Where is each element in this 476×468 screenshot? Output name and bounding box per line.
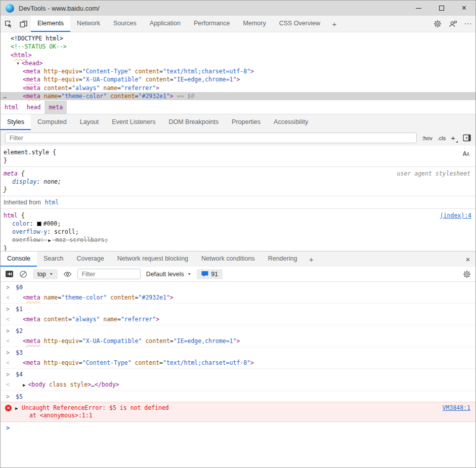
expand-arrow-icon[interactable]: ▶ xyxy=(23,381,25,389)
styles-tab-styles[interactable]: Styles xyxy=(1,114,31,130)
console-prompt[interactable]: > xyxy=(1,422,475,426)
breadcrumb-item-head[interactable]: head xyxy=(23,101,45,114)
console-tab-coverage[interactable]: Coverage xyxy=(70,251,110,267)
log-levels-selector[interactable]: Default levels ▼ xyxy=(146,271,191,278)
code-token-attr: name xyxy=(100,316,117,323)
live-expression-button[interactable] xyxy=(63,271,72,278)
code-token-tag: < xyxy=(23,76,26,83)
console-filter-input[interactable] xyxy=(77,269,141,279)
add-drawer-tab-button[interactable]: + xyxy=(304,251,319,267)
device-toolbar-button[interactable] xyxy=(16,16,31,32)
css-property[interactable]: overflow-y: scroll; xyxy=(4,228,472,236)
close-drawer-button[interactable]: × xyxy=(460,251,475,267)
dom-tree-node[interactable]: <meta http-equiv="X-UA-Compatible" conte… xyxy=(1,75,475,83)
console-input-row[interactable]: >$4 xyxy=(1,369,475,379)
console-sidebar-button[interactable] xyxy=(5,270,14,278)
main-tab-css-overview[interactable]: CSS Overview xyxy=(273,16,327,32)
main-tab-memory[interactable]: Memory xyxy=(237,16,273,32)
breadcrumb-item-meta[interactable]: meta xyxy=(45,101,67,114)
console-result-row[interactable]: <<meta content="always" name="referrer"> xyxy=(1,314,475,325)
code-token-val: "X-UA-Compatible" xyxy=(82,76,142,83)
dom-tree-node[interactable]: <html> xyxy=(1,51,475,59)
main-tab-sources[interactable]: Sources xyxy=(107,16,143,32)
dom-tree-node[interactable]: <!DOCTYPE html> xyxy=(1,34,475,42)
code-token-plain: = xyxy=(159,359,163,366)
styles-tab-properties[interactable]: Properties xyxy=(225,114,267,130)
styles-tab-event-listeners[interactable]: Event Listeners xyxy=(105,114,162,130)
dom-tree-node[interactable]: …<meta name="theme-color" content="#2932… xyxy=(1,92,475,100)
console-tab-search[interactable]: Search xyxy=(37,251,70,267)
console-result-row[interactable]: <▶<body class style>…</body> xyxy=(1,379,475,391)
css-property[interactable]: display: none; xyxy=(4,178,472,186)
inherited-element-link[interactable]: html xyxy=(45,199,59,206)
console-input-row[interactable]: >$0 xyxy=(1,282,475,292)
code-token-val: "theme-color" xyxy=(61,294,107,301)
console-result-row[interactable]: <<meta http-equiv="Content-Type" content… xyxy=(1,358,475,369)
output-chevron-icon: < xyxy=(6,381,10,389)
code-token-tag: > xyxy=(28,52,32,59)
close-button[interactable]: × xyxy=(453,1,475,16)
new-style-rule-button[interactable]: + xyxy=(451,134,458,142)
code-token-val: "IE=edge,chrome=1" xyxy=(174,76,237,83)
styles-tab-computed[interactable]: Computed xyxy=(31,114,73,130)
console-tab-rendering[interactable]: Rendering xyxy=(262,251,304,267)
execution-context-selector[interactable]: top ▼ xyxy=(33,269,58,279)
clear-console-button[interactable] xyxy=(19,270,27,278)
toggle-sidebar-button[interactable] xyxy=(463,134,471,142)
issues-counter[interactable]: 91 xyxy=(197,269,223,279)
styles-tab-accessibility[interactable]: Accessibility xyxy=(267,114,315,130)
styles-filter-input[interactable] xyxy=(5,133,417,143)
add-panel-button[interactable]: + xyxy=(327,16,342,32)
settings-button[interactable] xyxy=(430,16,445,32)
stylesheet-source-link[interactable]: (index):4 xyxy=(440,211,471,220)
console-tab-console[interactable]: Console xyxy=(1,251,37,267)
main-tab-application[interactable]: Application xyxy=(143,16,187,32)
console-input-row[interactable]: >$3 xyxy=(1,347,475,358)
devtools-main-toolbar: ElementsNetworkSourcesApplicationPerform… xyxy=(1,16,475,32)
console-input-row[interactable]: >$5 xyxy=(1,391,475,402)
console-tab-network-conditions[interactable]: Network conditions xyxy=(195,251,262,267)
output-chevron-icon: < xyxy=(6,337,10,345)
expand-arrow-icon[interactable]: ▶ xyxy=(15,405,18,412)
user-agent-rule[interactable]: meta { display: none; } user agent style… xyxy=(1,167,475,196)
css-property-value: #000 xyxy=(43,220,57,227)
code-token-tag: > xyxy=(156,316,159,323)
error-message: Uncaught ReferenceError: $5 is not defin… xyxy=(22,404,471,412)
more-options-button[interactable]: ⋯ xyxy=(460,16,475,32)
main-tab-elements[interactable]: Elements xyxy=(31,16,70,32)
feedback-button[interactable] xyxy=(445,16,460,32)
element-classes-button[interactable]: .cls xyxy=(438,135,446,141)
styles-tab-layout[interactable]: Layout xyxy=(73,114,106,130)
console-settings-button[interactable] xyxy=(463,270,471,278)
console-input-row[interactable]: >$1 xyxy=(1,304,475,314)
html-rule[interactable]: html { color: #000;overflow-y: scroll;ov… xyxy=(1,209,475,251)
css-property[interactable]: overflow: ▶-moz-scrollbars; xyxy=(4,236,472,244)
main-tab-network[interactable]: Network xyxy=(70,16,107,32)
breadcrumb-item-html[interactable]: html xyxy=(1,101,23,114)
code-token-attr: class style xyxy=(46,381,88,388)
inspect-element-button[interactable] xyxy=(1,16,16,32)
styles-tab-dom-breakpoints[interactable]: DOM Breakpoints xyxy=(162,114,225,130)
dom-tree-node[interactable]: ▼<head> xyxy=(1,59,475,67)
console-error-row[interactable]: ✕▶Uncaught ReferenceError: $5 is not def… xyxy=(1,402,475,422)
main-tab-performance[interactable]: Performance xyxy=(187,16,237,32)
element-style-rule[interactable]: element.style { } AA xyxy=(1,146,475,167)
console-tab-network-request-blocking[interactable]: Network request blocking xyxy=(111,251,195,267)
toggle-pseudo-state-button[interactable]: :hov xyxy=(422,135,432,141)
color-swatch[interactable] xyxy=(37,222,41,226)
error-icon: ✕ xyxy=(5,405,12,411)
dom-tree-node[interactable]: <meta content="always" name="referrer"> xyxy=(1,84,475,92)
console-input-row[interactable]: >$2 xyxy=(1,325,475,336)
dom-tree-node[interactable]: <meta http-equiv="Content-Type" content=… xyxy=(1,67,475,75)
console-result-row[interactable]: <<meta name="theme-color" content="#2932… xyxy=(1,292,475,304)
console-result-row[interactable]: <<meta http-equiv="X-UA-Compatible" cont… xyxy=(1,336,475,347)
font-size-adjust-icon[interactable]: AA xyxy=(463,150,469,157)
minimize-button[interactable] xyxy=(407,1,430,16)
hidden-nodes-marker[interactable]: … xyxy=(3,92,7,100)
dom-tree-node[interactable]: <!--STATUS OK--> xyxy=(1,42,475,51)
maximize-button[interactable] xyxy=(430,1,453,16)
expand-arrow-icon[interactable]: ▼ xyxy=(17,60,19,68)
code-token-attr: content xyxy=(142,76,169,83)
error-source-link[interactable]: VM3848:1 xyxy=(443,404,470,412)
css-property[interactable]: color: #000; xyxy=(4,220,472,228)
